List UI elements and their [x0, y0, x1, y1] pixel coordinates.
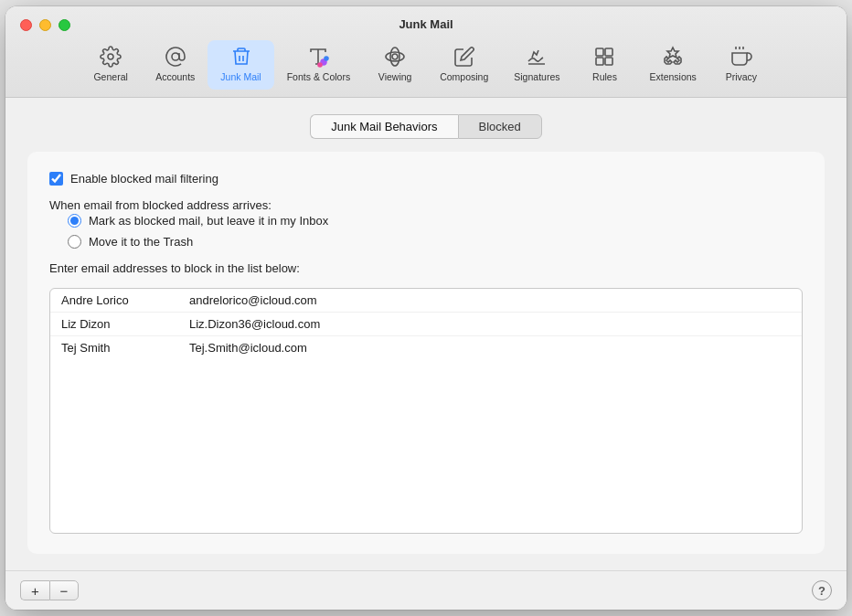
toolbar-composing-label: Composing	[440, 71, 488, 82]
remove-button[interactable]: −	[49, 580, 79, 600]
toolbar-item-junk-mail[interactable]: Junk Mail	[208, 40, 273, 90]
svg-rect-16	[605, 58, 612, 65]
toolbar-item-signatures[interactable]: Signatures	[501, 40, 572, 90]
toolbar-item-accounts[interactable]: Accounts	[143, 40, 208, 90]
minimize-button[interactable]	[39, 19, 51, 31]
email-list-label: Enter email addresses to block in the li…	[49, 261, 803, 275]
maximize-button[interactable]	[59, 19, 70, 31]
add-button[interactable]: +	[20, 580, 49, 600]
radio-mark-inbox[interactable]	[68, 214, 81, 228]
enable-filtering-checkbox[interactable]	[49, 172, 63, 186]
svg-point-7	[318, 63, 322, 67]
svg-point-0	[108, 54, 113, 59]
toolbar-item-viewing[interactable]: Viewing	[363, 40, 427, 90]
toolbar-item-fonts-colors[interactable]: Fonts & Colors	[274, 40, 363, 90]
toolbar-general-label: General	[93, 71, 127, 82]
window-title: Junk Mail	[399, 17, 453, 31]
when-arrives-section: When email from blocked address arrives:…	[49, 198, 803, 249]
tab-junk-mail-behaviors[interactable]: Junk Mail Behaviors	[310, 114, 457, 139]
radio-move-trash[interactable]	[68, 235, 81, 249]
svg-rect-14	[605, 48, 612, 56]
bottom-bar: + − ?	[5, 570, 847, 610]
main-window: Junk Mail General	[5, 6, 847, 610]
gear-icon	[100, 46, 122, 68]
email-name-2: Tej Smith	[61, 341, 189, 355]
radio-mark-row: Mark as blocked mail, but leave it in my…	[68, 214, 803, 228]
extensions-icon	[662, 46, 684, 68]
toolbar-item-composing[interactable]: Composing	[427, 40, 501, 90]
rules-icon	[593, 46, 615, 68]
content-area: Junk Mail Behaviors Blocked Enable block…	[5, 98, 847, 570]
email-name-1: Liz Dizon	[61, 317, 189, 331]
svg-point-10	[392, 54, 398, 59]
svg-point-8	[325, 57, 328, 60]
toolbar-item-privacy[interactable]: Privacy	[709, 40, 773, 90]
help-button[interactable]: ?	[812, 580, 832, 600]
close-button[interactable]	[20, 19, 32, 31]
at-icon	[165, 46, 186, 68]
toolbar-item-rules[interactable]: Rules	[572, 40, 636, 90]
toolbar: General Accounts	[79, 40, 773, 97]
radio-mark-label: Mark as blocked mail, but leave it in my…	[89, 214, 328, 228]
svg-point-1	[172, 53, 179, 60]
table-row: Tej Smith Tej.Smith@icloud.com	[50, 336, 802, 359]
when-arrives-label: When email from blocked address arrives:	[49, 198, 803, 212]
toolbar-fonts-colors-label: Fonts & Colors	[287, 71, 350, 82]
enable-filtering-row: Enable blocked mail filtering	[49, 172, 803, 186]
toolbar-item-extensions[interactable]: Extensions	[636, 40, 708, 90]
radio-move-row: Move it to the Trash	[68, 235, 803, 249]
toolbar-junk-mail-label: Junk Mail	[220, 71, 261, 82]
enable-filtering-label: Enable blocked mail filtering	[70, 172, 218, 186]
junk-mail-icon	[230, 46, 252, 68]
svg-rect-15	[596, 58, 603, 65]
title-bar: Junk Mail General	[5, 6, 847, 98]
signature-icon	[526, 46, 548, 68]
toolbar-extensions-label: Extensions	[649, 71, 696, 82]
font-icon	[307, 46, 329, 68]
table-row: Liz Dizon Liz.Dizon36@icloud.com	[50, 313, 802, 336]
viewing-icon	[384, 46, 406, 68]
email-address-1: Liz.Dizon36@icloud.com	[189, 317, 320, 331]
window-controls	[20, 19, 70, 31]
email-address-0: andrelorico@icloud.com	[189, 293, 317, 307]
toolbar-item-general[interactable]: General	[79, 40, 143, 90]
tab-blocked[interactable]: Blocked	[458, 114, 542, 139]
toolbar-privacy-label: Privacy	[726, 71, 757, 82]
tab-bar: Junk Mail Behaviors Blocked	[27, 114, 825, 139]
settings-panel: Enable blocked mail filtering When email…	[27, 152, 825, 554]
email-address-list[interactable]: Andre Lorico andrelorico@icloud.com Liz …	[49, 288, 803, 534]
privacy-icon	[730, 46, 752, 68]
compose-icon	[453, 46, 475, 68]
add-remove-buttons: + −	[20, 580, 79, 600]
radio-group: Mark as blocked mail, but leave it in my…	[68, 214, 803, 249]
radio-move-label: Move it to the Trash	[89, 235, 193, 249]
email-address-2: Tej.Smith@icloud.com	[189, 341, 307, 355]
toolbar-rules-label: Rules	[592, 71, 617, 82]
email-name-0: Andre Lorico	[61, 293, 189, 307]
toolbar-viewing-label: Viewing	[378, 71, 412, 82]
toolbar-signatures-label: Signatures	[514, 71, 559, 82]
svg-rect-13	[596, 48, 603, 56]
table-row: Andre Lorico andrelorico@icloud.com	[50, 289, 802, 313]
toolbar-accounts-label: Accounts	[155, 71, 195, 82]
